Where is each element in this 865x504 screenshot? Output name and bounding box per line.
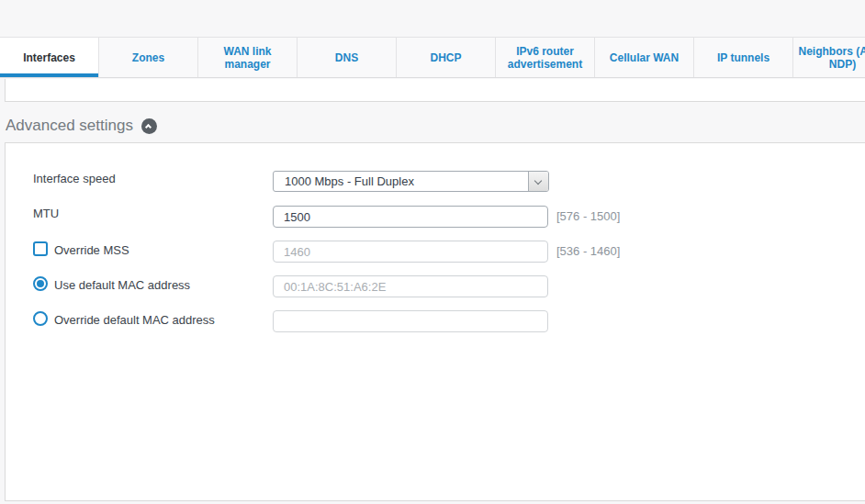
override-mss-checkbox[interactable] xyxy=(33,241,48,256)
tab-wan-link-manager[interactable]: WAN link manager xyxy=(198,38,298,77)
tab-ip-tunnels[interactable]: IP tunnels xyxy=(694,38,793,77)
override-mac-input[interactable] xyxy=(273,310,548,332)
tab-zones[interactable]: Zones xyxy=(99,38,198,77)
override-mss-label: Override MSS xyxy=(54,243,129,257)
use-default-mac-radio[interactable] xyxy=(33,276,48,291)
tab-label: Interfaces xyxy=(23,51,75,64)
mss-input xyxy=(273,241,548,263)
mtu-input[interactable] xyxy=(273,206,548,228)
default-mac-input xyxy=(273,275,548,297)
tab-ipv6-router-advertisement[interactable]: IPv6 router advertisement xyxy=(496,38,595,77)
tab-neighbors-arp-ndp[interactable]: Neighbors (ARP-NDP) xyxy=(793,38,865,77)
section-title: Advanced settings xyxy=(6,117,133,135)
tab-dns[interactable]: DNS xyxy=(298,38,397,77)
tab-label: IPv6 router advertisement xyxy=(500,45,590,71)
select-dropdown-button[interactable] xyxy=(528,172,548,191)
tab-dhcp[interactable]: DHCP xyxy=(397,38,496,77)
tab-interfaces[interactable]: Interfaces xyxy=(0,38,99,77)
tab-label: DNS xyxy=(335,51,358,64)
tab-bar: Interfaces Zones WAN link manager DNS DH… xyxy=(0,37,865,78)
override-default-mac-label: Override default MAC address xyxy=(54,313,215,327)
interface-speed-label: Interface speed xyxy=(33,172,116,185)
previous-section-panel-bottom xyxy=(5,79,865,102)
interface-speed-select[interactable]: 1000 Mbps - Full Duplex xyxy=(273,171,549,192)
mss-range-hint: [536 - 1460] xyxy=(556,244,620,258)
mtu-range-hint: [576 - 1500] xyxy=(556,209,620,223)
tab-label: Neighbors (ARP-NDP) xyxy=(797,45,865,71)
override-default-mac-radio[interactable] xyxy=(33,311,48,326)
tab-label: Cellular WAN xyxy=(610,51,679,64)
tab-label: WAN link manager xyxy=(202,45,293,71)
chevron-up-glyph xyxy=(145,123,152,129)
tab-label: Zones xyxy=(132,51,164,64)
advanced-settings-panel: Interface speed 1000 Mbps - Full Duplex … xyxy=(5,142,865,501)
chevron-up-circle-icon[interactable] xyxy=(141,118,157,134)
tab-cellular-wan[interactable]: Cellular WAN xyxy=(595,38,694,77)
chevron-down-icon xyxy=(534,177,542,185)
use-default-mac-label: Use default MAC address xyxy=(54,278,190,292)
mtu-label: MTU xyxy=(33,207,59,220)
tab-label: IP tunnels xyxy=(717,51,770,64)
tab-label: DHCP xyxy=(430,51,461,64)
advanced-settings-heading: Advanced settings xyxy=(6,117,157,135)
interface-speed-selected-value: 1000 Mbps - Full Duplex xyxy=(274,174,528,188)
